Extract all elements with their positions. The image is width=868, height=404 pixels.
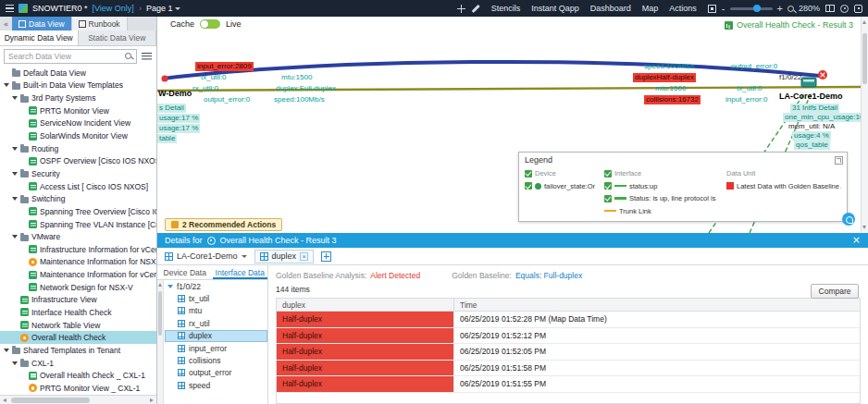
expand-arrow-icon[interactable] xyxy=(12,361,20,365)
field-item-mtu[interactable]: mtu xyxy=(165,305,267,317)
tree-item-spanning-tree-overview-cisco-ios[interactable]: Spanning Tree Overview [Cisco IOS] xyxy=(0,205,156,218)
field-item-tx-util[interactable]: tx_util xyxy=(165,292,267,304)
expand-arrow-icon[interactable] xyxy=(12,147,20,151)
map-label-la-core1-demo[interactable]: LA-Core1-Demo xyxy=(779,92,843,101)
close-icon[interactable] xyxy=(852,236,861,245)
map-label-speed-100mb-s[interactable]: speed:100Mb/s xyxy=(644,62,695,71)
map-vertical-scrollbar[interactable] xyxy=(861,17,868,233)
table-row[interactable]: Half-duplex06/25/2019 01:52:28 PM (Map D… xyxy=(277,312,860,328)
list-options-icon[interactable] xyxy=(142,53,153,61)
scroll-up-arrow-icon[interactable] xyxy=(862,20,866,24)
field-item-duplex[interactable]: duplex xyxy=(165,330,267,342)
tree-item-prtg-monitor-view[interactable]: PRTG Monitor View xyxy=(0,104,156,117)
compare-button[interactable]: Compare xyxy=(811,284,859,299)
tree-item-overall-health-check[interactable]: Overall Health Check xyxy=(0,331,156,344)
tree-item-spanning-tree-vlan-instance-cisco-ios[interactable]: Spanning Tree VLAN Instance [Cisco IOS] xyxy=(0,218,156,231)
column-header-time[interactable]: Time xyxy=(454,299,860,311)
map-label-speed-100mb-s[interactable]: speed:100Mb/s xyxy=(274,95,325,104)
checkbox-checked-icon[interactable] xyxy=(604,195,612,202)
tree-item-infrastructure-view[interactable]: Infrastructure View xyxy=(0,294,156,307)
scroll-left-arrow-icon[interactable] xyxy=(3,398,6,402)
legend-expand-icon[interactable] xyxy=(835,156,843,165)
table-row[interactable]: Half-duplex06/25/2019 01:51:58 PM xyxy=(277,361,860,377)
tree-item-switching[interactable]: Switching xyxy=(0,192,156,205)
map-label-mtu-1500[interactable]: mtu:1500 xyxy=(655,84,686,93)
fit-screen-icon[interactable] xyxy=(708,5,716,13)
scroll-down-arrow-icon[interactable] xyxy=(862,226,866,229)
interface-group-row[interactable]: f1/0/22 xyxy=(165,280,267,292)
checkbox-checked-icon[interactable] xyxy=(525,182,532,190)
annotate-tool-icon[interactable] xyxy=(471,5,479,13)
select-tool-icon[interactable] xyxy=(457,5,465,13)
layout-panel-icon[interactable] xyxy=(825,5,835,12)
scroll-up-arrow-icon[interactable] xyxy=(158,283,162,287)
zoom-out-button[interactable]: - xyxy=(722,4,725,13)
map-label-qos-table[interactable]: qos_table xyxy=(794,141,830,150)
device-selector[interactable]: LA-Core1-Demo xyxy=(165,251,247,261)
map-label-w-demo[interactable]: W-Demo xyxy=(158,89,192,98)
map-label-table[interactable]: table xyxy=(157,134,177,143)
tree-item-maintenance-information-for-nsx-v[interactable]: Maintenance Information for NSX-V xyxy=(0,256,156,269)
cache-live-toggle[interactable] xyxy=(200,19,220,29)
scrollbar-thumb[interactable] xyxy=(862,33,867,84)
tree-item-security[interactable]: Security xyxy=(0,167,156,180)
tab-static-data-view[interactable]: Static Data View xyxy=(79,31,157,45)
field-item-output-error[interactable]: output_error xyxy=(165,367,267,379)
field-list-scrollbar[interactable] xyxy=(157,280,164,404)
map-label-collisions-16732[interactable]: collisions:16732 xyxy=(644,95,701,104)
table-row[interactable]: Half-duplex06/25/2019 01:51:55 PM xyxy=(277,376,860,393)
expand-arrow-icon[interactable] xyxy=(4,349,12,352)
tab-data-view[interactable]: Data View xyxy=(12,17,72,31)
map-canvas[interactable]: input_error:2809tx_util:0rx_util:0output… xyxy=(157,17,868,233)
zoom-slider-thumb[interactable] xyxy=(753,5,761,12)
search-icon[interactable] xyxy=(125,53,133,61)
tab-runbook[interactable]: Runbook xyxy=(72,17,128,31)
topbar-item-actions[interactable]: Actions xyxy=(663,4,702,13)
hamburger-menu-icon[interactable] xyxy=(6,5,14,12)
expand-arrow-icon[interactable] xyxy=(12,197,20,201)
checkbox-checked-icon[interactable] xyxy=(525,170,532,178)
map-label-input-error-0[interactable]: input_error:0 xyxy=(725,95,767,104)
scrollbar-thumb[interactable] xyxy=(11,398,90,403)
map-label-f1-0-22[interactable]: f1/0/22 xyxy=(779,73,801,82)
zoom-slider[interactable] xyxy=(730,7,773,10)
table-row[interactable]: Half-duplex06/25/2019 01:52:05 PM xyxy=(277,344,860,361)
map-label-input-error-2809[interactable]: input_error:2809 xyxy=(195,62,254,71)
expand-arrow-icon[interactable] xyxy=(167,285,173,288)
topbar-item-instant-qapp[interactable]: Instant Qapp xyxy=(526,4,585,13)
tree-item-routing[interactable]: Routing xyxy=(0,142,156,155)
tree-item-default-data-view[interactable]: Default Data View xyxy=(0,67,156,80)
map-label-duplex-full-duplex[interactable]: duplex:Full-duplex xyxy=(276,84,336,93)
topbar-item-map[interactable]: Map xyxy=(637,4,664,13)
map-label-usage-17[interactable]: usage:17 % xyxy=(157,114,200,123)
settings-gear-icon[interactable] xyxy=(854,5,862,13)
checkbox-checked-icon[interactable] xyxy=(604,170,612,178)
field-item-input-error[interactable]: input_error xyxy=(165,342,267,354)
map-label-rx-util-0[interactable]: rx_util:0 xyxy=(192,84,218,93)
tree-item-3rd-party-systems[interactable]: 3rd Party Systems xyxy=(0,92,156,104)
tab-device-data[interactable]: Device Data xyxy=(157,265,213,279)
share-icon[interactable] xyxy=(840,5,849,13)
map-label-duplexhalf-duplex[interactable]: duplexHalf-duplex xyxy=(633,73,696,82)
checkbox-checked-icon[interactable] xyxy=(604,182,612,190)
tree-item-overall-health-check-cxl-1[interactable]: Overall Health Check _ CXL-1 xyxy=(0,369,156,382)
scrollbar-thumb[interactable] xyxy=(158,291,162,336)
tree-item-network-design-for-nsx-v[interactable]: Network Design for NSX-V xyxy=(0,281,156,294)
tree-item-ospf-overview-cisco-ios-nxos[interactable]: OSPF Overview [Cisco IOS NXOS] xyxy=(0,154,156,167)
tab-interface-data[interactable]: Interface Data xyxy=(213,265,268,279)
assistant-badge-icon[interactable] xyxy=(842,213,855,226)
map-label-output-error-0[interactable]: output_error:0 xyxy=(204,95,250,104)
map-label-usage-4[interactable]: usage:4 % xyxy=(792,131,831,141)
expand-arrow-icon[interactable] xyxy=(12,235,20,239)
map-label-s-detail[interactable]: s Detail xyxy=(157,104,186,113)
tab-duplex[interactable]: duplex xyxy=(254,250,315,263)
tree-item-servicenow-incident-view[interactable]: ServiceNow Incident View xyxy=(0,117,156,130)
field-item-speed[interactable]: speed xyxy=(165,379,267,391)
tree-item-interface-health-check[interactable]: Interface Health Check xyxy=(0,306,156,319)
map-label-usage-17[interactable]: usage:17 % xyxy=(157,124,200,133)
magnifier-plus-icon[interactable] xyxy=(787,6,794,12)
sidebar-horizontal-scrollbar[interactable] xyxy=(0,395,156,404)
health-check-result-link[interactable]: Overall Health Check - Result 3 xyxy=(725,20,853,30)
scroll-right-arrow-icon[interactable] xyxy=(150,398,154,402)
tree-item-network-table-view[interactable]: Network Table View xyxy=(0,319,156,332)
